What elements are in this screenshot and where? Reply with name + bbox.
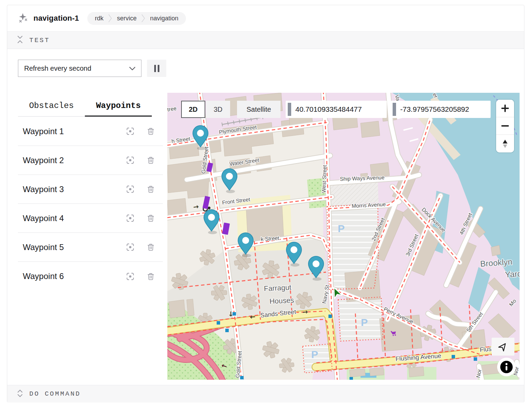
- traffic-signal-icon: [240, 376, 244, 379]
- refresh-rate-select[interactable]: Refresh every second: [18, 60, 141, 77]
- waypoint-name: Waypoint 5: [23, 242, 64, 252]
- waypoint-list: Waypoint 1Waypoint 2Waypoint 3Waypoint 4…: [18, 117, 163, 291]
- tab-waypoints[interactable]: Waypoints: [85, 101, 152, 117]
- tab-obstacles[interactable]: Obstacles: [18, 101, 85, 117]
- breadcrumb-item[interactable]: navigation: [150, 15, 178, 22]
- delete-waypoint-button[interactable]: [147, 243, 155, 251]
- focus-icon: [126, 156, 135, 165]
- street-label: Yard: [505, 269, 520, 279]
- traffic-signal-icon: [328, 315, 332, 318]
- street-label: Houses: [269, 296, 294, 305]
- focus-icon: [126, 272, 135, 281]
- focus-waypoint-button[interactable]: [126, 243, 135, 251]
- test-section-label: TEST: [29, 37, 50, 44]
- parking-icon: P: [361, 317, 368, 328]
- breadcrumb-item[interactable]: service: [117, 15, 137, 22]
- latitude-input[interactable]: [291, 105, 387, 113]
- traffic-signal-icon: [452, 355, 455, 358]
- trash-icon: [147, 214, 155, 222]
- focus-icon: [126, 214, 135, 222]
- minus-icon: [501, 122, 509, 130]
- parking-icon: P: [338, 223, 345, 234]
- waypoint-name: Waypoint 1: [23, 127, 64, 136]
- waypoint-row: Waypoint 4: [18, 204, 163, 233]
- map-container[interactable]: PPP Plymouth StreetWater StreetFront Str…: [167, 93, 520, 380]
- trash-icon: [147, 127, 155, 136]
- center-on-robot-button[interactable]: [492, 338, 514, 356]
- parking-icon: P: [311, 349, 318, 360]
- traffic-signal-icon: [225, 329, 229, 332]
- focus-waypoint-button[interactable]: [126, 214, 135, 222]
- focus-waypoint-button[interactable]: [126, 127, 135, 136]
- oneway-arrow-icon: ↓: [228, 310, 234, 318]
- page-title: navigation-1: [33, 14, 79, 23]
- focus-waypoint-button[interactable]: [126, 272, 135, 281]
- latitude-field: [286, 101, 387, 118]
- oneway-arrow-icon: ←: [249, 312, 256, 321]
- focus-icon: [126, 127, 135, 136]
- focus-icon: [126, 243, 135, 251]
- trash-icon: [147, 243, 155, 251]
- breadcrumb-chevron-icon: [141, 13, 145, 23]
- delete-waypoint-button[interactable]: [147, 127, 155, 136]
- waypoint-name: Waypoint 3: [23, 185, 64, 194]
- test-section-header[interactable]: TEST: [7, 31, 524, 49]
- map-mode-2d-button[interactable]: 2D: [181, 101, 205, 118]
- delete-waypoint-button[interactable]: [147, 185, 155, 193]
- waypoint-row: Waypoint 5: [18, 233, 163, 262]
- traffic-signal-icon: [474, 357, 477, 361]
- map-mode-3d-button[interactable]: 3D: [206, 101, 230, 118]
- trash-icon: [147, 272, 155, 281]
- waypoint-row: Waypoint 3: [18, 175, 163, 204]
- delete-waypoint-button[interactable]: [147, 214, 155, 222]
- breadcrumb: rdkservicenavigation: [87, 12, 186, 25]
- compass-button[interactable]: [496, 135, 514, 152]
- oneway-arrow-icon: →: [302, 308, 308, 316]
- chevron-down-icon: [129, 64, 136, 72]
- map-zoom-control: [496, 100, 514, 152]
- collapse-icon[interactable]: [17, 35, 23, 46]
- breadcrumb-chevron-icon: [108, 13, 112, 23]
- breadcrumb-item[interactable]: rdk: [95, 15, 104, 22]
- info-icon: [500, 360, 513, 374]
- waypoint-name: Waypoint 4: [23, 214, 64, 223]
- refresh-rate-value: Refresh every second: [24, 64, 91, 72]
- longitude-field: [391, 101, 491, 118]
- compass-needle-icon: [501, 139, 509, 149]
- satellite-toggle-button[interactable]: Satellite: [237, 101, 280, 118]
- plus-icon: [501, 104, 509, 112]
- navigation-service-card: navigation-1 rdkservicenavigation TEST R…: [7, 5, 524, 403]
- traffic-signal-icon: [349, 377, 353, 380]
- zoom-out-button[interactable]: [496, 117, 514, 135]
- street-label: Farragut: [264, 283, 292, 292]
- traffic-signal-icon: [217, 321, 220, 325]
- delete-waypoint-button[interactable]: [147, 272, 155, 281]
- expand-icon[interactable]: [17, 389, 23, 399]
- do-command-label: DO COMMAND: [29, 390, 81, 398]
- delete-waypoint-button[interactable]: [147, 156, 155, 165]
- map-canvas[interactable]: PPP Plymouth StreetWater StreetFront Str…: [167, 93, 520, 380]
- focus-waypoint-button[interactable]: [126, 156, 135, 165]
- waypoint-name: Waypoint 2: [23, 156, 64, 165]
- marker-tabs: Obstacles Waypoints: [18, 101, 152, 117]
- focus-waypoint-button[interactable]: [126, 185, 135, 193]
- map-info-button[interactable]: [497, 358, 516, 376]
- waypoint-row: Waypoint 1: [18, 117, 163, 146]
- waypoint-row: Waypoint 6: [18, 262, 163, 291]
- longitude-input[interactable]: [396, 105, 491, 113]
- navigation-arrow-icon: [498, 341, 508, 352]
- card-header: navigation-1 rdkservicenavigation: [7, 5, 524, 31]
- trash-icon: [147, 156, 155, 165]
- pause-refresh-button[interactable]: [147, 60, 166, 77]
- pause-icon: [154, 65, 159, 72]
- zoom-in-button[interactable]: [496, 100, 514, 117]
- do-command-section-header[interactable]: DO COMMAND: [7, 385, 524, 403]
- street-label: West Street: [321, 165, 328, 193]
- longitude-accent-bar: [393, 103, 396, 116]
- oneway-arrow-icon: →: [193, 202, 199, 211]
- navigation-sparkle-icon: [18, 12, 29, 24]
- waypoint-row: Waypoint 2: [18, 146, 163, 175]
- trash-icon: [147, 185, 155, 193]
- latitude-accent-bar: [288, 103, 291, 116]
- focus-icon: [126, 185, 135, 193]
